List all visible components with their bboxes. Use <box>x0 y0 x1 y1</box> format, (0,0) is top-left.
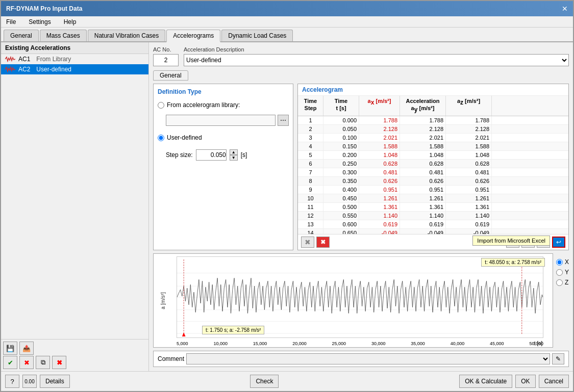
x-label-4: 25,000 <box>332 341 346 346</box>
cell-ay: 1.788 <box>400 116 446 124</box>
excel-icon: ↩ <box>556 239 561 246</box>
tab-dynamic-load-cases[interactable]: Dynamic Load Cases <box>221 30 293 41</box>
menu-bar: File Settings Help <box>1 16 573 28</box>
comment-edit-button[interactable]: ✎ <box>552 353 564 364</box>
acceleration-item-ac2[interactable]: AC2 User-defined <box>1 64 148 74</box>
chart-option-z[interactable]: Z <box>556 279 569 286</box>
check-button[interactable]: Check <box>250 375 279 388</box>
acceleration-item-ac1[interactable]: AC1 From Library <box>1 54 148 64</box>
chart-x-labels: 5,000 10,000 15,000 20,000 25,000 30,000… <box>177 341 543 346</box>
accelerogram-title: Accelerogram <box>298 84 568 96</box>
cell-ax: 2.128 <box>359 125 400 133</box>
table-row[interactable]: 11 0.500 1.361 1.361 1.361 <box>298 203 568 212</box>
user-defined-radio[interactable] <box>158 135 164 141</box>
copy-button[interactable]: ⧉ <box>36 356 50 369</box>
cell-ax: 1.261 <box>359 194 400 202</box>
x-label-7: 40,000 <box>451 341 465 346</box>
general-tab-button[interactable]: General <box>153 69 569 81</box>
chart-area: a [m/s²] 2.000 1. <box>153 253 553 348</box>
menu-file[interactable]: File <box>4 17 18 27</box>
check-green-button[interactable]: ✔ <box>3 356 17 369</box>
left-panel: Existing Accelerations AC1 From Library <box>1 42 149 371</box>
import-excel-button[interactable]: ↩ <box>552 237 565 248</box>
from-library-radio[interactable] <box>158 102 164 109</box>
cell-ax: 0.628 <box>359 160 400 168</box>
from-library-label: From accelerogram library: <box>167 101 240 109</box>
tab-accelerograms[interactable]: Accelerograms <box>166 30 220 42</box>
cell-step: 12 <box>298 212 323 220</box>
cell-step: 11 <box>298 203 323 211</box>
x-label-0: 5,000 <box>177 341 188 346</box>
library-path-input[interactable] <box>166 115 276 126</box>
axis-y-radio[interactable] <box>556 269 563 276</box>
cell-time: 0.250 <box>323 160 359 168</box>
step-size-unit: [s] <box>241 151 247 159</box>
cell-step: 9 <box>298 186 323 194</box>
table-row[interactable]: 6 0.250 0.628 0.628 0.628 <box>298 160 568 168</box>
table-row[interactable]: 12 0.550 1.140 1.140 1.140 <box>298 212 568 220</box>
cell-az: 0.951 <box>446 186 492 194</box>
x-icon: ✖ <box>305 238 311 246</box>
row-add-button[interactable]: ✖ <box>301 237 314 248</box>
main-content: Existing Accelerations AC1 From Library <box>1 42 573 371</box>
table-row[interactable]: 5 0.200 1.048 1.048 1.048 <box>298 151 568 160</box>
cell-ay: 0.951 <box>400 186 446 194</box>
table-row[interactable]: 8 0.350 0.626 0.626 0.626 <box>298 177 568 186</box>
tab-general[interactable]: General <box>4 30 39 41</box>
cell-ax: 1.140 <box>359 212 400 220</box>
step-size-input[interactable] <box>196 149 227 161</box>
delete-row-icon: ✖ <box>320 239 326 246</box>
ok-button[interactable]: OK <box>515 375 535 388</box>
comment-select[interactable] <box>186 353 550 364</box>
save-project-button[interactable]: 💾 <box>3 342 17 355</box>
cancel-button[interactable]: Cancel <box>539 375 569 388</box>
open-file-button[interactable]: 📂 <box>506 237 519 248</box>
main-sections: Definition Type From accelerogram librar… <box>153 84 569 250</box>
from-library-option[interactable]: From accelerogram library: <box>158 101 289 109</box>
cancel-button-left[interactable]: ✖ <box>52 356 66 369</box>
axis-z-label: Z <box>565 279 568 286</box>
chart-option-x[interactable]: X <box>556 258 569 266</box>
table-row[interactable]: 14 0.650 -0.049 -0.049 -0.049 <box>298 229 568 234</box>
axis-z-radio[interactable] <box>556 279 563 286</box>
cell-step: 1 <box>298 116 323 124</box>
zero-button[interactable]: 0.00 <box>22 375 37 388</box>
table-row[interactable]: 10 0.450 1.261 1.261 1.261 <box>298 194 568 203</box>
browse-button[interactable]: ⋯ <box>278 115 289 126</box>
cell-az: 1.788 <box>446 116 492 124</box>
ac-no-input[interactable] <box>153 54 179 66</box>
cell-time: 0.000 <box>323 116 359 124</box>
axis-x-radio[interactable] <box>556 259 563 266</box>
table-row[interactable]: 3 0.100 2.021 2.021 2.021 <box>298 134 568 142</box>
cell-az: 1.588 <box>446 142 492 150</box>
table-row[interactable]: 13 0.600 0.619 0.619 0.619 <box>298 220 568 229</box>
export-button[interactable]: 📤 <box>19 342 34 355</box>
menu-settings[interactable]: Settings <box>26 17 53 27</box>
spin-down-button[interactable]: ▼ <box>230 155 238 161</box>
table-row[interactable]: 7 0.300 0.481 0.481 0.481 <box>298 168 568 177</box>
table-row[interactable]: 4 0.150 1.588 1.588 1.588 <box>298 142 568 151</box>
ac-desc-label: Acceleration Description <box>184 46 569 53</box>
user-defined-option[interactable]: User-defined <box>158 134 289 141</box>
table-row[interactable]: 2 0.050 2.128 2.128 2.128 <box>298 125 568 134</box>
details-button[interactable]: Details <box>40 375 70 388</box>
close-button[interactable]: ✕ <box>562 5 568 13</box>
import-excel-wrapper: ↩ Import from Microsoft Excel <box>552 237 565 248</box>
row-delete-button[interactable]: ✖ <box>316 237 330 248</box>
cell-ay: 2.021 <box>400 134 446 142</box>
chart-option-y[interactable]: Y <box>556 269 569 276</box>
spin-up-button[interactable]: ▲ <box>230 149 238 155</box>
help-icon-button[interactable]: ? <box>5 375 19 388</box>
ok-calculate-button[interactable]: OK & Calculate <box>459 375 512 388</box>
delete-red-button[interactable]: ✖ <box>19 356 34 369</box>
tab-vibration-cases[interactable]: Natural Vibration Cases <box>88 30 166 41</box>
save-file-button[interactable]: 💾 <box>521 237 535 248</box>
export-table-button[interactable]: 📊 <box>537 237 550 248</box>
cell-time: 0.450 <box>323 194 359 202</box>
cell-step: 3 <box>298 134 323 142</box>
menu-help[interactable]: Help <box>61 17 79 27</box>
ac-desc-select[interactable]: User-defined From Library <box>184 54 569 66</box>
table-row[interactable]: 1 0.000 1.788 1.788 1.788 <box>298 116 568 125</box>
table-row[interactable]: 9 0.400 0.951 0.951 0.951 <box>298 186 568 194</box>
tab-mass-cases[interactable]: Mass Cases <box>40 30 87 41</box>
